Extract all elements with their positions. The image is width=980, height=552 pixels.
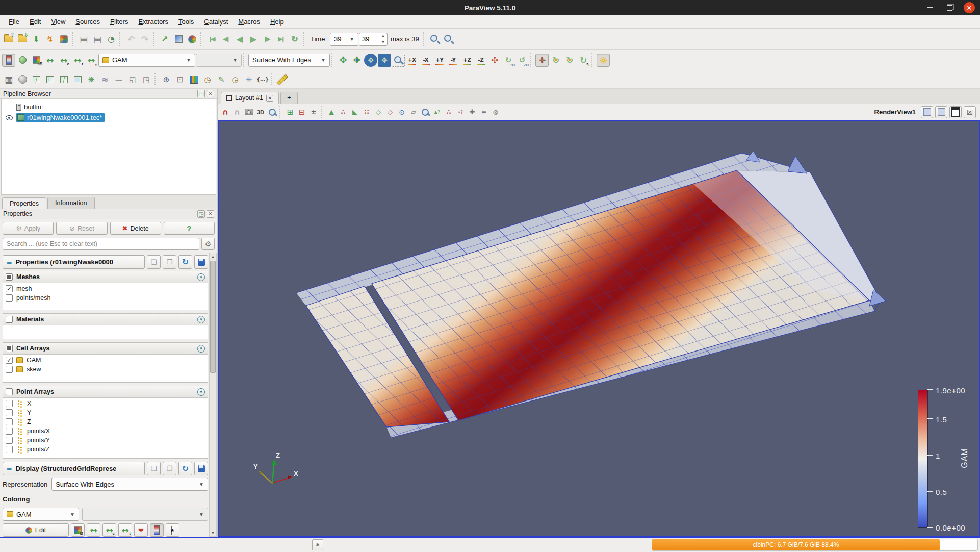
rotate-90-cw-button[interactable] bbox=[502, 54, 515, 67]
point-arrays-header[interactable]: Point Arrays bbox=[3, 386, 208, 398]
display-section-header[interactable]: Display (StructuredGridReprese bbox=[3, 462, 145, 475]
rescale-data-range-button[interactable] bbox=[87, 523, 100, 537]
clear-selection-button[interactable] bbox=[490, 107, 501, 118]
list-item-points-mesh[interactable]: points/mesh bbox=[3, 293, 208, 303]
plot-data-button[interactable] bbox=[215, 73, 228, 86]
interactive-select-points-button[interactable] bbox=[443, 107, 454, 118]
search-options-button[interactable] bbox=[201, 238, 215, 250]
shrink-selection-button[interactable] bbox=[478, 107, 489, 118]
spin-up-icon[interactable]: ▲ bbox=[379, 33, 387, 39]
pipeline-item-builtin[interactable]: builtin: bbox=[2, 102, 216, 112]
pipeline-item-source[interactable]: r01wingNwake00001.tec* bbox=[2, 112, 216, 123]
extract-selection-button[interactable] bbox=[173, 73, 187, 86]
settings-palette-button[interactable] bbox=[186, 33, 199, 46]
connect-server-button[interactable] bbox=[77, 33, 90, 46]
load-palette-button[interactable] bbox=[57, 33, 70, 46]
view-plus-z-button[interactable] bbox=[460, 54, 474, 67]
list-item-points-x[interactable]: points/X bbox=[3, 426, 208, 436]
paste-properties-button[interactable] bbox=[163, 255, 176, 269]
new-layout-tab[interactable]: + bbox=[280, 92, 297, 104]
rescale-visible-range-button[interactable] bbox=[85, 54, 98, 67]
close-view-button[interactable] bbox=[964, 106, 976, 118]
reset-button[interactable]: Reset bbox=[56, 222, 107, 235]
orientation-axes-toggle[interactable] bbox=[535, 54, 549, 67]
view-minus-x-button[interactable] bbox=[419, 54, 432, 67]
save-defaults-button[interactable] bbox=[194, 255, 208, 269]
menu-extractors[interactable]: Extractors bbox=[134, 16, 173, 27]
rescale-temporal-range-button[interactable] bbox=[118, 523, 132, 537]
tab-layout-1[interactable]: Layout #1 ✕ bbox=[221, 92, 279, 104]
menu-edit[interactable]: Edit bbox=[25, 16, 45, 27]
colormap-toggle[interactable] bbox=[2, 54, 15, 67]
cell-arrays-checkbox[interactable] bbox=[6, 345, 13, 352]
menu-macros[interactable]: Macros bbox=[234, 16, 265, 27]
list-item-points-y[interactable]: points/Y bbox=[3, 436, 208, 445]
restore-button[interactable] bbox=[944, 3, 955, 13]
plot-selection-over-time-button[interactable] bbox=[228, 73, 242, 86]
disconnect-server-button[interactable] bbox=[91, 33, 104, 46]
select-points-on-button[interactable] bbox=[338, 107, 349, 118]
undo-button[interactable] bbox=[124, 33, 138, 46]
paste-display-button[interactable] bbox=[163, 462, 176, 475]
camera-settings-button[interactable] bbox=[442, 33, 455, 46]
menu-help[interactable]: Help bbox=[266, 16, 289, 27]
points-y-checkbox[interactable] bbox=[6, 437, 13, 444]
glyph-filter-button[interactable] bbox=[85, 73, 98, 86]
mesh-checkbox[interactable] bbox=[6, 285, 13, 292]
points-z-checkbox[interactable] bbox=[6, 446, 13, 453]
points-x-checkbox[interactable] bbox=[6, 428, 13, 435]
float-dock-button[interactable] bbox=[197, 90, 205, 97]
point-arrays-checkbox[interactable] bbox=[6, 388, 13, 395]
reset-camera-closest-button[interactable] bbox=[350, 54, 364, 67]
slice-filter-button[interactable] bbox=[43, 73, 57, 86]
threshold-filter-button[interactable] bbox=[57, 73, 70, 86]
meshes-checkbox[interactable] bbox=[6, 273, 13, 281]
close-tab-icon[interactable]: ✕ bbox=[266, 95, 273, 102]
split-horizontal-button[interactable] bbox=[921, 106, 933, 118]
menu-sources[interactable]: Sources bbox=[71, 16, 105, 27]
menu-tools[interactable]: Tools bbox=[174, 16, 198, 27]
subtract-selection-button[interactable] bbox=[296, 107, 307, 118]
list-item-skew[interactable]: skew bbox=[3, 365, 208, 374]
play-backward-button[interactable] bbox=[233, 33, 246, 46]
meshes-header[interactable]: Meshes bbox=[3, 271, 208, 283]
materials-header[interactable]: Materials bbox=[3, 314, 208, 325]
reset-camera-button[interactable] bbox=[337, 54, 350, 67]
select-points-through-button[interactable] bbox=[361, 107, 372, 118]
rescale-temporal-range-button[interactable] bbox=[71, 54, 84, 67]
skew-checkbox[interactable] bbox=[6, 366, 13, 373]
open-button[interactable] bbox=[2, 33, 15, 46]
minimize-button[interactable] bbox=[925, 3, 935, 13]
hover-cells-button[interactable] bbox=[431, 107, 443, 118]
combine-icon[interactable] bbox=[197, 345, 205, 353]
rotate-camera-ccw-button[interactable] bbox=[563, 54, 576, 67]
close-dock-button[interactable] bbox=[207, 210, 214, 218]
extract-subset-button[interactable] bbox=[71, 73, 84, 86]
menu-file[interactable]: File bbox=[4, 16, 24, 27]
maximize-view-button[interactable] bbox=[949, 106, 962, 118]
zoom-closest-to-data-button[interactable] bbox=[378, 54, 391, 67]
list-item-x[interactable]: X bbox=[3, 399, 208, 408]
x-checkbox[interactable] bbox=[6, 400, 13, 407]
help-button[interactable]: ? bbox=[164, 222, 215, 235]
materials-checkbox[interactable] bbox=[6, 316, 13, 323]
menu-filters[interactable]: Filters bbox=[106, 16, 133, 27]
list-item-gam[interactable]: GAM bbox=[3, 356, 208, 365]
zoom-to-selection-button[interactable] bbox=[420, 107, 431, 118]
combine-icon[interactable] bbox=[197, 316, 205, 323]
last-frame-button[interactable] bbox=[274, 33, 288, 46]
next-frame-button[interactable] bbox=[261, 33, 274, 46]
frame-input[interactable] bbox=[359, 33, 379, 45]
view-minus-z-button[interactable] bbox=[474, 54, 487, 67]
list-item-z[interactable]: Z bbox=[3, 417, 208, 426]
list-item-mesh[interactable]: mesh bbox=[3, 284, 208, 293]
scalar-bar-toggle[interactable] bbox=[150, 523, 164, 537]
zoom-to-data-button[interactable] bbox=[364, 54, 377, 67]
scroll-thumb[interactable] bbox=[210, 261, 216, 373]
light-kit-toggle[interactable] bbox=[597, 54, 610, 67]
edit-colormap-button[interactable]: Edit bbox=[3, 523, 69, 537]
rescale-data-range-button[interactable] bbox=[43, 54, 57, 67]
rotate-camera-cw-button[interactable] bbox=[549, 54, 562, 67]
redo-button[interactable] bbox=[138, 33, 151, 46]
loop-toggle[interactable] bbox=[288, 33, 301, 46]
